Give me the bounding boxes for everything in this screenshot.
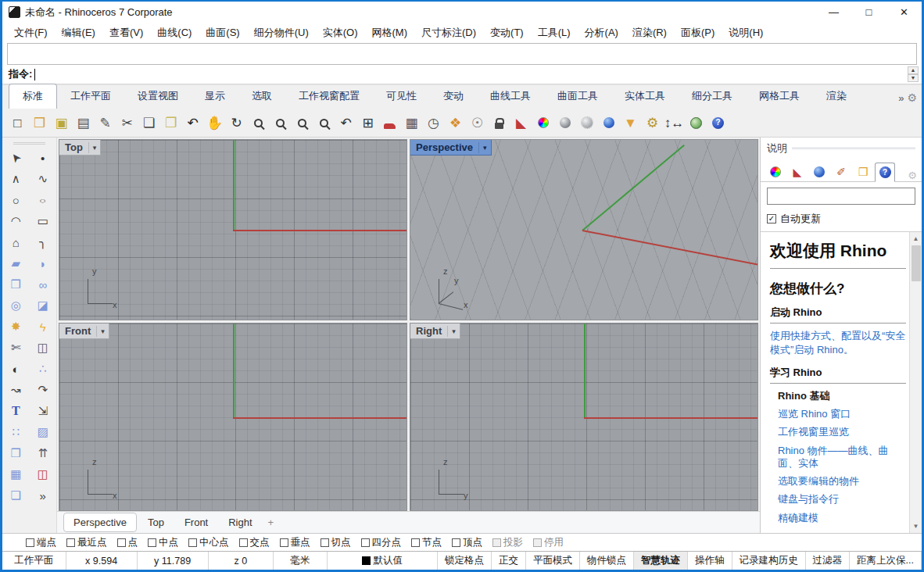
- viewport-right[interactable]: z y Right ▾: [410, 323, 758, 511]
- viewport-front[interactable]: z x Front ▾: [59, 323, 407, 511]
- earth-globe-icon[interactable]: [686, 112, 707, 134]
- status-cell[interactable]: 默认值: [328, 552, 438, 570]
- rendered-mode-icon[interactable]: [598, 112, 619, 134]
- pointer-icon[interactable]: ➤: [5, 148, 26, 167]
- panel-tab-library-icon[interactable]: ❒: [853, 162, 873, 181]
- menu-item[interactable]: 查看(V): [102, 23, 150, 42]
- status-cell[interactable]: z 0: [209, 552, 274, 570]
- minimize-button[interactable]: —: [816, 2, 851, 23]
- toolbar-tab[interactable]: 显示: [192, 84, 238, 109]
- help-link[interactable]: 选取要编辑的物件: [778, 475, 906, 488]
- status-cell[interactable]: 智慧轨迹: [634, 552, 688, 570]
- toolbar-tab[interactable]: 实体工具: [611, 84, 679, 109]
- help-link[interactable]: 键盘与指令行: [778, 493, 906, 506]
- status-cell[interactable]: 毫米: [274, 552, 328, 570]
- help-search-input[interactable]: [767, 188, 915, 205]
- osnap-item[interactable]: 节点: [411, 536, 442, 549]
- arc-icon[interactable]: ◠: [5, 212, 26, 231]
- panel-tab-render-icon[interactable]: ◣: [787, 162, 808, 181]
- start-link[interactable]: 使用快捷方式、配置以及“安全模式”启动 Rhino。: [770, 329, 906, 356]
- scroll-down-icon[interactable]: ▼: [913, 520, 919, 533]
- osnap-checkbox[interactable]: [321, 538, 329, 547]
- polygon-icon[interactable]: ⌂: [5, 233, 26, 252]
- status-cell[interactable]: y 11.789: [138, 552, 209, 570]
- panel-tab-colors-icon[interactable]: [765, 162, 786, 181]
- viewport-right-label[interactable]: Right ▾: [410, 324, 460, 339]
- ellipse-icon[interactable]: ○: [33, 191, 53, 209]
- menu-item[interactable]: 分析(A): [578, 23, 625, 42]
- group-icon[interactable]: ∷: [5, 423, 26, 442]
- osnap-checkbox[interactable]: [492, 538, 501, 547]
- osnap-item[interactable]: 最近点: [66, 536, 107, 549]
- open-folder-icon[interactable]: ❒: [29, 112, 50, 134]
- osnap-checkbox[interactable]: [26, 538, 34, 547]
- point-cloud-icon[interactable]: ∴: [33, 359, 53, 378]
- zoom-selected-icon[interactable]: [313, 112, 335, 134]
- explode-icon[interactable]: ϟ: [33, 317, 53, 336]
- save-icon[interactable]: ▣: [51, 112, 72, 134]
- osnap-checkbox[interactable]: [188, 538, 197, 547]
- osnap-checkbox[interactable]: [280, 538, 288, 547]
- help-link[interactable]: 精确建模: [778, 512, 906, 524]
- menu-item[interactable]: 尺寸标注(D): [414, 23, 483, 42]
- status-cell[interactable]: 记录建构历史: [732, 552, 806, 570]
- shaded-mode-icon[interactable]: [554, 112, 575, 134]
- viewport-tab[interactable]: +: [263, 513, 279, 531]
- auto-update-checkbox[interactable]: [767, 214, 776, 223]
- viewport-tab[interactable]: Right: [219, 513, 261, 531]
- menu-item[interactable]: 说明(H): [722, 23, 770, 42]
- toolbar-tab[interactable]: 变动: [430, 84, 477, 109]
- panel-tab-display-icon[interactable]: [809, 162, 829, 181]
- toolbar-tab[interactable]: 选取: [238, 84, 285, 109]
- render-cone-icon[interactable]: ▼: [620, 112, 641, 134]
- cplane-map-icon[interactable]: ▦: [401, 112, 422, 134]
- osnap-checkbox[interactable]: [148, 538, 156, 547]
- sphere-icon[interactable]: ∞: [33, 275, 53, 294]
- osnap-checkbox[interactable]: [239, 538, 248, 547]
- print-icon[interactable]: ▤: [73, 112, 94, 134]
- toolbar-tab[interactable]: 曲线工具: [477, 84, 544, 109]
- viewport-top-label[interactable]: Top ▾: [59, 140, 101, 156]
- scroll-thumb[interactable]: [911, 245, 921, 281]
- osnap-item[interactable]: 顶点: [452, 536, 482, 549]
- spinner-down-icon[interactable]: ▼: [908, 74, 919, 82]
- toolbar-tab[interactable]: 可见性: [373, 84, 430, 109]
- blend-curve-icon[interactable]: ↷: [33, 381, 53, 399]
- viewport-front-label[interactable]: Front ▾: [59, 324, 109, 339]
- trim-icon[interactable]: ✄: [5, 338, 26, 357]
- panel-tab-brush-icon[interactable]: ✐: [831, 162, 851, 181]
- osnap-item[interactable]: 交点: [239, 536, 270, 549]
- viewport-tab[interactable]: Perspective: [63, 513, 137, 532]
- status-cell[interactable]: x 9.594: [66, 552, 138, 570]
- toolbar-tab[interactable]: 网格工具: [746, 84, 813, 109]
- osnap-checkbox[interactable]: [452, 538, 460, 547]
- osnap-checkbox[interactable]: [66, 538, 75, 547]
- undo-view-icon[interactable]: ↶: [335, 112, 356, 134]
- zoom-extents-icon[interactable]: [292, 112, 313, 134]
- set-view-clock-icon[interactable]: ◷: [423, 112, 444, 134]
- command-input[interactable]: [35, 65, 908, 84]
- copy-icon[interactable]: ❏: [138, 112, 159, 134]
- color-wheel-icon[interactable]: [532, 112, 553, 134]
- menu-item[interactable]: 实体(O): [316, 23, 365, 42]
- help-link[interactable]: Rhino 物件——曲线、曲面、实体: [778, 445, 906, 470]
- new-file-icon[interactable]: □: [7, 112, 28, 134]
- extend-curve-icon[interactable]: ↝: [5, 381, 26, 399]
- zoom-window-icon[interactable]: [270, 112, 291, 134]
- status-cell[interactable]: 锁定格点: [438, 552, 492, 570]
- solid-boolean-icon[interactable]: ❒: [5, 444, 26, 463]
- status-cell[interactable]: 工作平面: [2, 552, 66, 570]
- status-cell[interactable]: 距离上次保...: [850, 552, 922, 570]
- toolbar-tab[interactable]: 渲染: [813, 84, 860, 109]
- help-link[interactable]: 巡览 Rhino 窗口: [778, 408, 906, 420]
- help-scrollbar[interactable]: ▲ ▼: [909, 232, 922, 533]
- toolbar-tab[interactable]: 曲面工具: [544, 84, 611, 109]
- chevron-down-icon[interactable]: ▾: [88, 142, 101, 153]
- menu-item[interactable]: 细分物件(U): [247, 23, 316, 42]
- split-icon[interactable]: ◫: [33, 338, 53, 357]
- dimension-icon[interactable]: ↕↔: [664, 112, 685, 134]
- ghosted-mode-icon[interactable]: [576, 112, 597, 134]
- paste-icon[interactable]: ❐: [160, 112, 181, 134]
- point-icon[interactable]: •: [33, 148, 53, 167]
- toolbar-tab[interactable]: 工作平面: [57, 84, 124, 109]
